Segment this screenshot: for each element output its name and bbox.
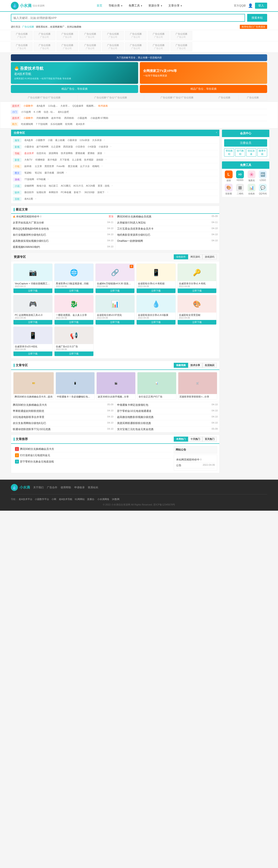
site-link[interactable]: 老A盘库 [35, 104, 46, 108]
cat-item[interactable]: 经播映影 [34, 158, 46, 162]
footer-link-about[interactable]: 关于我们 [33, 486, 44, 489]
rec-tab-10[interactable]: 十天热门 [188, 437, 203, 442]
art-img-item[interactable]: 🎬 波灵30积分从助手视频...分享 [96, 372, 135, 400]
article-row[interactable]: 苹果联通提款到联联优联优04-10 [11, 408, 115, 414]
search-input[interactable] [11, 14, 245, 22]
ad-table-cell[interactable]: 广告位招募*广告位*广告位招募 [144, 95, 210, 100]
cat-item[interactable]: 老A云图 [23, 197, 34, 201]
dl-item[interactable]: 💧 会读彩绘游水分享v1.8.6版展2022-04-06 立即下载 [136, 295, 176, 325]
dl-item[interactable]: 📱 会读彩绘分享v1.4-有机链2022-04-06 立即下载 [136, 264, 176, 293]
art-tab-life[interactable]: 生活知识 [203, 363, 217, 368]
ad-recommend-label[interactable]: 推荐给我们广告商朋友 [240, 25, 267, 29]
cat-item[interactable]: 笔记站 [34, 171, 43, 175]
site-link[interactable]: 小圆盘网· [76, 116, 89, 120]
cat-item[interactable]: 海域小说 [35, 184, 47, 188]
cat-item[interactable]: 西四游荡 [62, 145, 74, 149]
cat-item[interactable]: 稻梅吃 [91, 164, 100, 168]
dl-item[interactable]: 📊 会读彩绘分析v3.97优化2022-04-06 立即下载 [95, 295, 135, 325]
cat-item[interactable]: 影收下· [73, 190, 83, 194]
qq-group-link[interactable]: 官方QQ群 [234, 4, 246, 8]
article-row[interactable]: 农分支各用网络分级包6元/己04-10 [11, 420, 115, 426]
footer-nav-link[interactable]: 1K数网 [112, 498, 119, 500]
nav-resources[interactable]: 资源分享 ▾ [146, 3, 165, 9]
cat-item[interactable]: 幺子大全 [79, 164, 91, 168]
cat-item[interactable]: 短视站章 [35, 190, 47, 194]
cat-item[interactable]: 笔迹帖· [23, 171, 33, 175]
download-btn[interactable]: 立即下载 [13, 320, 52, 324]
dl-item[interactable]: 📢 合减广告v12.0.2广告2022-04-06 立即下载 [54, 327, 94, 356]
cat-item[interactable]: 115z录游 [79, 138, 91, 142]
dl-item[interactable]: 🎨 合减彩绘女背景贡献2022-04-06 立即下载 [178, 295, 217, 325]
tool-item-hd[interactable]: HD HD555 [235, 170, 245, 182]
cat-item[interactable]: 天下影视 [59, 158, 70, 162]
cat-item[interactable]: 技术游网络 [60, 151, 74, 155]
cat-item[interactable]: 小圆数学 [34, 138, 46, 142]
ad-item[interactable]: 广告位招募广告公司 [171, 31, 192, 40]
cat-item[interactable]: 最上收藏 [54, 138, 66, 142]
ad-item[interactable]: 广告位招募广告公司 [125, 42, 147, 51]
cat-item[interactable]: Fotor映· [56, 164, 66, 168]
footer-nav-link[interactable]: 直播合· [87, 498, 95, 500]
user-avatar[interactable]: 👤 [248, 3, 253, 8]
cat-item[interactable]: 黑照世界 [43, 164, 55, 168]
ad-item[interactable]: 广告位招募广告公司 [79, 31, 101, 40]
footer-nav-link[interactable]: 61网网站 [75, 498, 85, 500]
art-img-item[interactable]: 📱 中联通集卡！非必须赚钱红包... [56, 372, 95, 400]
cat-item[interactable]: 小4游荡 [87, 145, 97, 149]
art-img-item[interactable]: 📊 全行业正正用户打广告 [137, 372, 176, 400]
download-btn[interactable]: 立即下载 [178, 288, 217, 293]
cat-item[interactable]: 新片电影 [47, 158, 58, 162]
site-logo[interactable]: 💧 小水滴 综合资源网 [11, 2, 44, 9]
article-row[interactable]: 超高数据实现短视频分级6元/己 04-10 [11, 238, 115, 244]
cat-item[interactable]: 置里 - 连线 [97, 184, 111, 188]
site-link[interactable]: 大表哥... [59, 104, 70, 108]
ad-item[interactable]: 广告位招募广告公司 [57, 31, 78, 40]
footer-nav-link[interactable]: 老A技术导航 [59, 498, 72, 500]
site-link[interactable]: 小72盘网 [20, 110, 32, 114]
site-link[interactable]: 吃前播制网 [20, 122, 34, 126]
cat-item[interactable]: 爱测收 [87, 151, 96, 155]
site-link[interactable]: 小姐盘网 67网助· [89, 116, 110, 120]
site-link[interactable]: 西四铁助· [63, 116, 75, 120]
download-btn[interactable]: 立即下载 [55, 288, 93, 293]
cat-item[interactable]: 小姐录游 [97, 145, 109, 149]
vip-optimize-link[interactable]: 优化加速 [246, 148, 256, 157]
cat-item[interactable]: 源游网络 [48, 151, 59, 155]
ad-item[interactable]: 广告位招募广告公司 [125, 31, 147, 40]
ad-item[interactable]: 广告位招募广告公司 [79, 42, 101, 51]
cat-item[interactable]: 大鱼TV· [23, 158, 34, 162]
site-link[interactable]: 老A云盘吧 [57, 110, 70, 114]
cat-item[interactable]: 超干精神网 [35, 145, 50, 149]
vip-skill-link[interactable]: 技巧教程 [235, 148, 245, 157]
download-btn[interactable]: 立即下载 [13, 351, 52, 356]
ad-item[interactable]: 广告位招募广告公司 [171, 42, 192, 51]
cat-item[interactable]: 单网软件 [48, 190, 59, 194]
ad-table-cell[interactable]: 广告位招募*广告位*广告位招募 [77, 95, 144, 100]
footer-link-contact[interactable]: 联系站长 [88, 486, 98, 489]
cat-item[interactable]: 连续影 [95, 158, 104, 162]
ad-item[interactable]: 广告位招募广告公司 [34, 31, 55, 40]
site-link[interactable]: 老A技术· [75, 122, 86, 126]
article-row[interactable]: 从零开始实战大厂算法分析 04-11 [11, 220, 115, 226]
notice-item[interactable]: 本站网页精彩特价中！ [176, 457, 215, 463]
article-row[interactable]: 腾讯50积分兑换精确会员卡共05-09 [11, 402, 115, 408]
cat-item[interactable]: 清结网 [56, 171, 65, 175]
ad-item[interactable]: 广告位招募广告公司 [11, 31, 33, 40]
cat-item[interactable]: 老A盘库 [23, 138, 34, 142]
ad-item[interactable]: 广告位招募广告公司 [102, 31, 124, 40]
cat-item[interactable]: ACGN看 [85, 184, 96, 188]
dl-tab-game[interactable]: 游戏源码 [203, 254, 217, 259]
footer-nav-link[interactable]: 小圆数学平台 [35, 498, 49, 500]
footer-link-ads[interactable]: 广告合作 [47, 486, 57, 489]
nav-category[interactable]: 导航分类 ▾ [106, 3, 125, 9]
article-row[interactable]: 支付宝领三元红包金元奖金优惠05-09 [115, 426, 219, 432]
cat-item[interactable]: 盘达技术 [23, 151, 35, 155]
ad-item[interactable]: 广告位招募广告公司 [34, 42, 55, 51]
site-link[interactable]: 7 77连续网 [35, 122, 49, 126]
notice-item[interactable]: 公告2022-04-06 [176, 463, 215, 468]
vip-weibo-link[interactable]: 微博卡级 [257, 148, 267, 157]
cat-item[interactable]: 游戏下· [96, 190, 106, 194]
site-link[interactable]: 超本半助· [50, 116, 63, 120]
dl-item[interactable]: 🎮 PC 运游网络游戏工具v1.02022-04-06 立即下载 [13, 295, 53, 325]
cat-item[interactable]: 362326影 [83, 190, 96, 194]
